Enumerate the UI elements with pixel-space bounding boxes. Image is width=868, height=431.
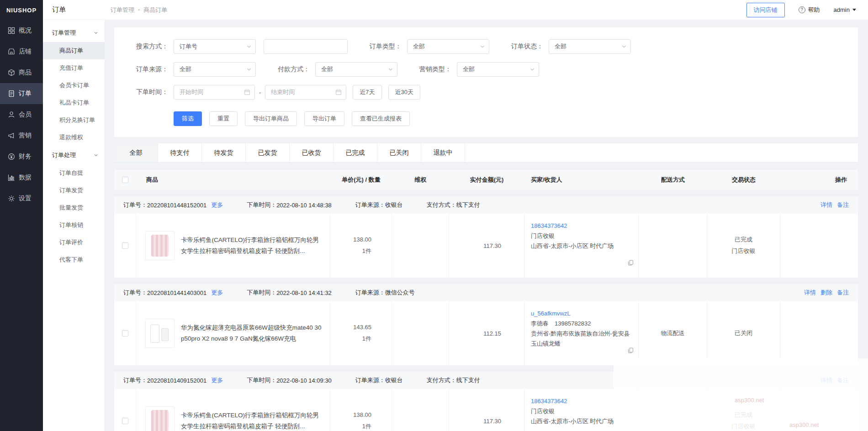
order-detail-link[interactable]: 详情	[820, 376, 832, 384]
sidebar-group-order-manage[interactable]: 订单管理	[43, 24, 105, 42]
order-remark-link[interactable]: 备注	[837, 289, 849, 297]
paid-amount: 112.15	[483, 330, 501, 337]
order-card: 订单号：202208101448152001更多 下单时间：2022-08-10…	[114, 196, 858, 278]
breadcrumb-item[interactable]: 订单管理	[111, 6, 134, 14]
nav-item-shop[interactable]: 店铺	[0, 41, 43, 62]
tab-refunding[interactable]: 退款中	[421, 143, 465, 162]
order-more-link[interactable]: 更多	[211, 201, 223, 209]
order-checkbox[interactable]	[122, 330, 128, 336]
tab-unpaid[interactable]: 待支付	[158, 143, 202, 162]
col-delivery: 配送方式	[639, 176, 707, 184]
help-label: 帮助	[808, 6, 820, 14]
last-30-days-button[interactable]: 近30天	[388, 85, 420, 100]
tab-shipped[interactable]: 已发货	[246, 143, 290, 162]
export-order-goods-button[interactable]: 导出订单商品	[245, 111, 297, 126]
tab-all[interactable]: 全部	[114, 143, 158, 162]
select-all-checkbox[interactable]	[122, 177, 128, 183]
sidebar-item-points-orders[interactable]: 积分兑换订单	[43, 111, 105, 129]
product-price: 143.65	[353, 322, 371, 333]
order-checkbox[interactable]	[122, 418, 128, 424]
sidebar-item-delivery[interactable]: 订单发货	[43, 182, 105, 199]
product-thumbnail	[145, 231, 175, 260]
sidebar-item-giftcard-orders[interactable]: 礼品卡订单	[43, 94, 105, 111]
sidebar-item-goods-orders[interactable]: 商品订单	[43, 42, 105, 59]
order-source-select[interactable]: 全部	[174, 62, 256, 77]
reset-button[interactable]: 重置	[209, 111, 238, 126]
buyer-account-link[interactable]: u_56afkmvwzL	[531, 309, 632, 319]
group-title: 订单处理	[52, 151, 76, 159]
tab-closed[interactable]: 已关闭	[377, 143, 421, 162]
finance-icon	[8, 153, 15, 160]
tab-to-ship[interactable]: 待发货	[202, 143, 246, 162]
paid-amount: 117.30	[483, 418, 501, 425]
calendar-icon	[244, 89, 250, 95]
buyer-account-link[interactable]: 18634373642	[531, 221, 632, 231]
member-icon	[8, 111, 15, 118]
nav-item-settings[interactable]: 设置	[0, 188, 43, 209]
export-orders-button[interactable]: 导出订单	[304, 111, 344, 126]
order-type-select[interactable]: 全部	[407, 39, 489, 54]
order-row: 卡帝乐鳄鱼(CARTELO)行李箱旅行箱铝框万向轮男女学生拉杆箱密码箱登机箱皮箱…	[114, 214, 858, 278]
order-detail-link[interactable]: 详情	[804, 289, 816, 297]
question-icon: ?	[799, 6, 805, 13]
visit-shop-button[interactable]: 访问店铺	[746, 3, 785, 17]
search-keyword-input[interactable]	[264, 39, 348, 54]
view-reports-button[interactable]: 查看已生成报表	[352, 111, 410, 126]
buyer-address: 山西省-太原市-小店区 时代广场	[531, 241, 632, 251]
col-product: 商品	[136, 176, 330, 184]
buyer-account-link[interactable]: 18634373642	[531, 396, 632, 406]
order-more-link[interactable]: 更多	[211, 376, 223, 384]
order-row: 华为氮化镓超薄充电器原装66W超级快充mate40 30 p50pro X2 n…	[114, 301, 858, 365]
order-detail-link[interactable]: 详情	[820, 201, 832, 209]
order-checkbox[interactable]	[122, 242, 128, 249]
sidebar-item-verify[interactable]: 订单核销	[43, 216, 105, 234]
promotion-type-label: 营销类型：	[397, 65, 457, 74]
nav-item-marketing[interactable]: 营销	[0, 125, 43, 146]
start-date-input[interactable]: 开始时间	[174, 85, 255, 100]
buyer-address: 贵州省-黔南布依族苗族自治州-瓮安县 玉山镇龙蟠	[531, 329, 632, 349]
nav-item-goods[interactable]: 商品	[0, 62, 43, 83]
order-remark-link[interactable]: 备注	[837, 376, 849, 384]
copy-address-icon[interactable]	[628, 347, 634, 353]
user-menu[interactable]: admin	[834, 6, 856, 13]
promotion-type-select[interactable]: 全部	[457, 62, 539, 77]
pay-type-select[interactable]: 全部	[315, 62, 397, 77]
order-status-select[interactable]: 全部	[549, 39, 631, 54]
sidebar-item-pickup[interactable]: 订单自提	[43, 164, 105, 182]
order-delete-link[interactable]: 删除	[820, 289, 832, 297]
col-refund: 维权	[392, 176, 449, 184]
search-type-select[interactable]: 订单号	[174, 39, 256, 54]
last-7-days-button[interactable]: 近7天	[353, 85, 381, 100]
order-source: 微信公众号	[385, 289, 415, 297]
delivery-type: 物流配送	[661, 329, 685, 337]
sidebar-item-recharge-orders[interactable]: 充值订单	[43, 59, 105, 77]
sidebar-item-review[interactable]: 订单评价	[43, 234, 105, 251]
tab-received[interactable]: 已收货	[290, 143, 333, 162]
help-button[interactable]: ? 帮助	[799, 6, 820, 14]
nav-item-finance[interactable]: 财务	[0, 146, 43, 167]
group-items: 订单自提 订单发货 批量发货 订单核销 订单评价 代客下单	[43, 164, 105, 268]
buyer-cell: 18634373642 门店收银 山西省-太原市-小店区 时代广场	[524, 389, 639, 431]
tab-completed[interactable]: 已完成	[333, 143, 377, 162]
order-more-link[interactable]: 更多	[211, 289, 223, 297]
product-thumbnail	[145, 319, 175, 348]
filter-button[interactable]: 筛选	[174, 111, 202, 126]
nav-item-members[interactable]: 会员	[0, 104, 43, 125]
sidebar-item-membercard-orders[interactable]: 会员卡订单	[43, 77, 105, 94]
sidebar-item-batch-delivery[interactable]: 批量发货	[43, 199, 105, 216]
end-date-input[interactable]: 结束时间	[265, 85, 346, 100]
nav-item-orders[interactable]: 订单	[0, 83, 43, 104]
nav-item-data[interactable]: 数据	[0, 167, 43, 188]
trade-status: 已完成	[735, 410, 752, 421]
sidebar-item-proxy-order[interactable]: 代客下单	[43, 251, 105, 268]
breadcrumb-separator: -	[138, 6, 140, 14]
nav-item-overview[interactable]: 概况	[0, 20, 43, 41]
sidebar-item-refund[interactable]: 退款维权	[43, 129, 105, 146]
order-remark-link[interactable]: 备注	[837, 201, 849, 209]
order-no: 202208101448152001	[147, 202, 206, 209]
sidebar-group-order-process[interactable]: 订单处理	[43, 146, 105, 164]
data-icon	[8, 174, 15, 181]
copy-address-icon[interactable]	[628, 260, 634, 266]
module-title: 订单	[43, 5, 105, 14]
nav-label: 商品	[19, 68, 32, 77]
